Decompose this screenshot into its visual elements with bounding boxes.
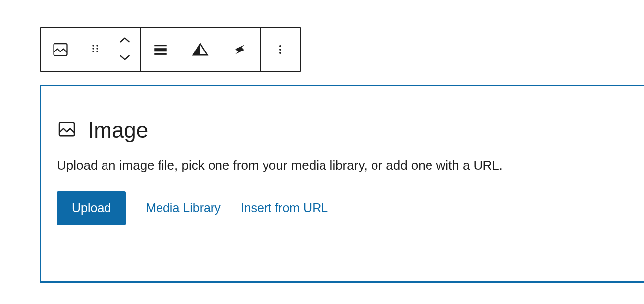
svg-point-4 [96,48,98,49]
svg-point-1 [92,45,94,46]
media-library-button[interactable]: Media Library [146,201,220,215]
svg-point-11 [279,49,281,51]
chevron-down-icon [118,55,131,63]
svg-rect-7 [154,45,167,46]
insert-from-url-button[interactable]: Insert from URL [241,201,328,215]
toolbar-group-more [261,28,300,71]
svg-point-12 [279,52,281,54]
crop-button[interactable] [220,28,260,71]
svg-point-3 [92,48,94,49]
placeholder-header: Image [57,118,628,143]
move-up-button[interactable] [115,33,134,49]
svg-point-10 [279,45,281,47]
drag-handle[interactable] [80,43,110,56]
more-options-button[interactable] [261,28,300,71]
svg-point-6 [96,51,98,52]
placeholder-description: Upload an image file, pick one from your… [57,156,628,174]
svg-point-2 [96,45,98,46]
crop-icon [231,41,248,58]
svg-rect-8 [154,48,167,51]
drag-handle-icon [89,43,101,56]
image-icon [52,41,69,58]
block-mover [110,33,140,66]
toolbar-group-format [141,28,261,71]
move-down-button[interactable] [115,51,134,66]
block-type-button[interactable] [41,28,80,71]
upload-button[interactable]: Upload [57,191,126,225]
duotone-icon [192,41,209,58]
svg-rect-9 [154,53,167,55]
duotone-button[interactable] [180,28,220,71]
svg-rect-13 [59,123,74,136]
chevron-up-icon [118,38,131,46]
image-icon [57,119,77,141]
block-toolbar [40,27,301,72]
placeholder-title: Image [88,118,148,143]
toolbar-group-block [41,28,141,71]
svg-rect-0 [54,44,67,55]
svg-point-5 [92,51,94,52]
image-block-placeholder: Image Upload an image file, pick one fro… [40,85,644,283]
align-icon [152,41,169,58]
align-button[interactable] [141,28,180,71]
more-options-icon [274,43,286,56]
placeholder-actions: Upload Media Library Insert from URL [57,191,628,225]
